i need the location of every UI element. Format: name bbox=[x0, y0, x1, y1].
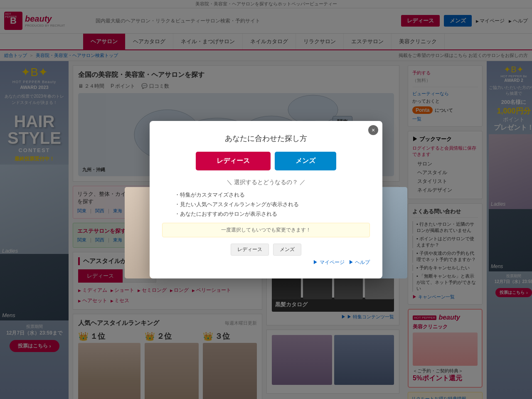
modal-subtitle: ＼ 選択するとどうなるの？ ／ bbox=[162, 179, 370, 186]
modal-sub-ladies[interactable]: レディース bbox=[231, 244, 269, 256]
modal-sub-mens[interactable]: メンズ bbox=[273, 244, 301, 256]
modal-note: 一度選択してもいつでも変更できます！ bbox=[162, 223, 370, 237]
modal-content: あなたに合わせた探し方 レディース メンズ ＼ 選択するとどうなるの？ ／ 特集… bbox=[162, 133, 370, 266]
benefit-1: 特集がカスタマイズされる bbox=[175, 191, 357, 199]
modal-buttons: レディース メンズ bbox=[162, 152, 370, 170]
modal: × あなたに合わせた探し方 レディース メンズ ＼ 選択するとどうなるの？ ／ … bbox=[150, 121, 382, 278]
modal-links: マイページ ヘルプ bbox=[162, 259, 370, 266]
modal-mens-button[interactable]: メンズ bbox=[275, 152, 336, 170]
modal-overlay[interactable]: × あなたに合わせた探し方 レディース メンズ ＼ 選択するとどうなるの？ ／ … bbox=[0, 0, 532, 399]
close-icon: × bbox=[372, 127, 375, 133]
modal-title: あなたに合わせた探し方 bbox=[162, 133, 370, 143]
modal-mypage-link[interactable]: マイページ bbox=[313, 259, 344, 266]
benefit-3: あなたにおすすめのサロンが表示される bbox=[175, 210, 357, 218]
modal-sub-buttons: レディース メンズ bbox=[162, 244, 370, 256]
benefit-2: 見たい人気ヘアスタイルランキングが表示される bbox=[175, 201, 357, 208]
modal-benefits: 特集がカスタマイズされる 見たい人気ヘアスタイルランキングが表示される あなたに… bbox=[162, 191, 370, 218]
modal-help-link[interactable]: ヘルプ bbox=[349, 259, 370, 266]
modal-ladies-button[interactable]: レディース bbox=[196, 152, 271, 170]
